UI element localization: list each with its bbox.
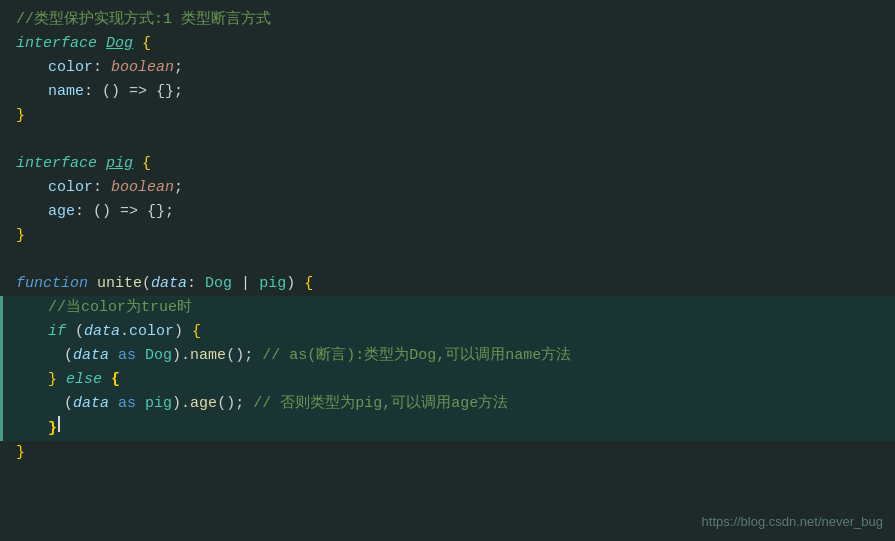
- line-19: }: [0, 441, 895, 465]
- param-data: data: [151, 272, 187, 296]
- type-boolean-2: boolean: [111, 176, 174, 200]
- keyword-as-2: as: [118, 392, 136, 416]
- line-17: ( data as pig ). age (); // 否则类型为pig,可以调…: [0, 392, 895, 416]
- code-editor: //类型保护实现方式:1 类型断言方式 interface Dog { colo…: [0, 0, 895, 541]
- method-age: age: [190, 392, 217, 416]
- line-15: ( data as Dog ). name (); // as(断言):类型为D…: [0, 344, 895, 368]
- keyword-if: if: [48, 320, 66, 344]
- comment-as-dog: // as(断言):类型为Dog,可以调用name方法: [262, 344, 571, 368]
- line-11: [0, 248, 895, 272]
- keyword-function: function: [16, 272, 88, 296]
- line-10: }: [0, 224, 895, 248]
- line-16: } else {: [0, 368, 895, 392]
- type-boolean-1: boolean: [111, 56, 174, 80]
- type-pig: pig: [259, 272, 286, 296]
- data-ref-1: data: [84, 320, 120, 344]
- line-13: //当color为true时: [0, 296, 895, 320]
- line-8: color : boolean ;: [0, 176, 895, 200]
- prop-color-dog: color: [48, 56, 93, 80]
- line-1: //类型保护实现方式:1 类型断言方式: [0, 8, 895, 32]
- prop-color-ref: color: [129, 320, 174, 344]
- line-2: interface Dog {: [0, 32, 895, 56]
- type-pig-cast: pig: [145, 392, 172, 416]
- line-12: function unite ( data : Dog | pig ) {: [0, 272, 895, 296]
- type-dog: Dog: [205, 272, 232, 296]
- interface-name-pig: pig: [106, 152, 133, 176]
- type-dog-cast: Dog: [145, 344, 172, 368]
- line-3: color : boolean ;: [0, 56, 895, 80]
- keyword-else: else: [66, 368, 102, 392]
- comment-header: //类型保护实现方式:1 类型断言方式: [16, 8, 271, 32]
- prop-name-dog: name: [48, 80, 84, 104]
- method-name: name: [190, 344, 226, 368]
- line-6: [0, 128, 895, 152]
- line-14: if ( data . color ) {: [0, 320, 895, 344]
- interface-name-dog: Dog: [106, 32, 133, 56]
- keyword-interface-1: interface: [16, 32, 97, 56]
- prop-color-pig: color: [48, 176, 93, 200]
- comment-color-true: //当color为true时: [48, 296, 192, 320]
- function-name-unite: unite: [97, 272, 142, 296]
- data-ref-3: data: [73, 392, 109, 416]
- line-18: }: [0, 416, 895, 441]
- line-9: age : () => {};: [0, 200, 895, 224]
- line-5: }: [0, 104, 895, 128]
- data-ref-2: data: [73, 344, 109, 368]
- prop-age-pig: age: [48, 200, 75, 224]
- line-7: interface pig {: [0, 152, 895, 176]
- keyword-as-1: as: [118, 344, 136, 368]
- keyword-interface-2: interface: [16, 152, 97, 176]
- comment-as-pig: // 否则类型为pig,可以调用age方法: [253, 392, 508, 416]
- line-4: name : () => {};: [0, 80, 895, 104]
- watermark: https://blog.csdn.net/never_bug: [702, 512, 883, 533]
